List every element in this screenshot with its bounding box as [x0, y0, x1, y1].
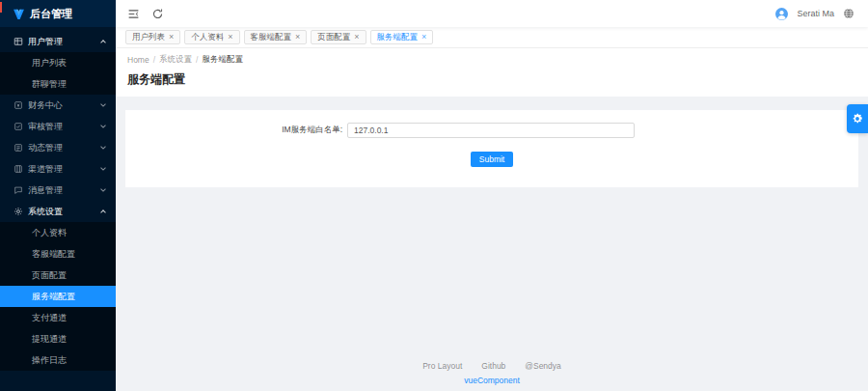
sidebar-item-label: 个人资料	[32, 227, 67, 239]
sidebar-item-audit-management[interactable]: 审核管理	[0, 116, 116, 137]
sidebar-subitem-page-config[interactable]: 页面配置	[0, 265, 116, 286]
settings-icon	[14, 207, 23, 216]
menu-fold-icon[interactable]	[127, 8, 140, 20]
shield-v-icon	[13, 8, 25, 20]
sidebar-item-label: 用户列表	[32, 57, 67, 70]
close-icon[interactable]: ×	[295, 33, 300, 42]
sidebar: 后台管理 用户管理用户列表群聊管理财务中心审核管理动态管理渠道管理消息管理系统设…	[0, 0, 116, 391]
sidebar-subitem-server-config[interactable]: 服务端配置	[0, 286, 116, 307]
sidebar-subitem-withdrawal-channel[interactable]: 提现通道	[0, 328, 116, 349]
finance-icon	[14, 100, 23, 110]
sidebar-item-label: 消息管理	[28, 184, 63, 197]
sidebar-subitem-user-list[interactable]: 用户列表	[0, 52, 116, 73]
sidebar-subitem-personal-profile[interactable]: 个人资料	[0, 222, 116, 243]
page-footer: Pro LayoutGithub@Sendya vueComponent	[116, 361, 868, 385]
submit-button[interactable]: Submit	[471, 152, 513, 167]
sidebar-subitem-group-chat-management[interactable]: 群聊管理	[0, 73, 116, 95]
content-area: IM服务端白名单: Submit Pro LayoutGithub@Sendya…	[116, 97, 868, 391]
sidebar-item-label: 系统设置	[28, 206, 63, 218]
chevron-down-icon	[100, 144, 106, 150]
sidebar-item-label: 提现通道	[32, 333, 67, 346]
tab-bar: 用户列表×个人资料×客服端配置×页面配置×服务端配置×	[116, 27, 868, 48]
tab-user-list[interactable]: 用户列表×	[125, 30, 180, 44]
sidebar-item-activity-management[interactable]: 动态管理	[0, 137, 116, 158]
footer-link[interactable]: Github	[481, 361, 505, 371]
tab-label: 页面配置	[317, 32, 350, 43]
sidebar-item-label: 支付通道	[32, 312, 67, 324]
sidebar-subitem-operation-log[interactable]: 操作日志	[0, 349, 116, 371]
channel-icon	[14, 164, 23, 174]
footer-links: Pro LayoutGithub@Sendya	[116, 361, 868, 371]
topbar: Serati Ma	[116, 0, 868, 27]
sidebar-item-system-settings[interactable]: 系统设置	[0, 201, 116, 222]
whitelist-form-row: IM服务端白名单:	[125, 123, 858, 138]
gear-icon	[852, 113, 863, 125]
app-title: 后台管理	[30, 7, 72, 21]
chevron-up-icon	[100, 40, 106, 45]
sidebar-item-label: 页面配置	[32, 269, 67, 282]
footer-link[interactable]: @Sendya	[525, 361, 560, 371]
footer-link[interactable]: Pro Layout	[422, 361, 462, 371]
server-config-card: IM服务端白名单: Submit	[125, 110, 858, 187]
message-icon	[14, 185, 23, 195]
sidebar-item-finance-center[interactable]: 财务中心	[0, 95, 116, 116]
breadcrumb-separator: /	[196, 55, 198, 65]
sidebar-subitem-payment-channel[interactable]: 支付通道	[0, 307, 116, 328]
footer-copyright-link[interactable]: vueComponent	[116, 376, 868, 385]
close-icon[interactable]: ×	[421, 33, 426, 42]
chevron-down-icon	[100, 123, 106, 128]
breadcrumb-separator: /	[153, 55, 155, 65]
theme-settings-handle[interactable]	[847, 104, 868, 133]
topbar-right: Serati Ma	[775, 8, 854, 20]
form-actions: Submit	[125, 152, 858, 167]
close-icon[interactable]: ×	[169, 33, 174, 42]
reload-icon[interactable]	[151, 8, 164, 20]
avatar[interactable]	[775, 8, 788, 20]
chevron-down-icon	[100, 165, 106, 171]
page-title: 服务端配置	[127, 71, 856, 88]
table-icon	[14, 37, 23, 46]
sidebar-item-label: 操作日志	[32, 354, 67, 367]
sidebar-menu: 用户管理用户列表群聊管理财务中心审核管理动态管理渠道管理消息管理系统设置个人资料…	[0, 27, 116, 371]
audit-icon	[14, 122, 23, 131]
tab-label: 个人资料	[191, 32, 224, 43]
sidebar-item-label: 客服端配置	[32, 248, 75, 261]
tab-personal-profile[interactable]: 个人资料×	[184, 30, 239, 44]
main-area: Serati Ma 用户列表×个人资料×客服端配置×页面配置×服务端配置× Ho…	[116, 0, 868, 391]
close-icon[interactable]: ×	[354, 33, 359, 42]
sidebar-item-user-management[interactable]: 用户管理	[0, 31, 116, 52]
whitelist-label: IM服务端白名单:	[125, 125, 342, 136]
chevron-down-icon	[100, 186, 106, 192]
page-header: Home/系统设置/服务端配置 服务端配置	[116, 48, 868, 97]
sidebar-item-label: 财务中心	[28, 99, 63, 112]
close-icon[interactable]: ×	[228, 33, 232, 42]
chevron-up-icon	[100, 209, 106, 215]
sidebar-item-label: 渠道管理	[28, 163, 63, 176]
sidebar-item-channel-management[interactable]: 渠道管理	[0, 158, 116, 180]
sidebar-item-label: 审核管理	[28, 121, 63, 133]
tab-customer-service-config[interactable]: 客服端配置×	[244, 30, 308, 44]
language-globe-icon[interactable]	[843, 8, 854, 19]
app-logo[interactable]: 后台管理	[0, 0, 116, 27]
tab-label: 用户列表	[132, 32, 165, 43]
breadcrumb-item: 服务端配置	[202, 54, 243, 66]
tab-label: 服务端配置	[377, 32, 419, 43]
sidebar-item-label: 群聊管理	[32, 78, 67, 91]
sidebar-item-label: 动态管理	[28, 142, 63, 154]
chevron-down-icon	[100, 101, 106, 107]
admin-app: 后台管理 用户管理用户列表群聊管理财务中心审核管理动态管理渠道管理消息管理系统设…	[0, 0, 868, 391]
breadcrumb-item[interactable]: Home	[127, 55, 149, 65]
tab-label: 客服端配置	[251, 32, 292, 43]
user-name[interactable]: Serati Ma	[797, 9, 834, 18]
breadcrumb-item[interactable]: 系统设置	[159, 54, 192, 66]
breadcrumb: Home/系统设置/服务端配置	[127, 54, 856, 66]
screen-edge-artifact	[0, 2, 2, 13]
sidebar-item-message-management[interactable]: 消息管理	[0, 180, 116, 201]
activity-icon	[14, 143, 23, 153]
sidebar-subitem-customer-service-config[interactable]: 客服端配置	[0, 243, 116, 265]
sidebar-item-label: 服务端配置	[32, 291, 75, 303]
tab-page-config[interactable]: 页面配置×	[311, 30, 366, 44]
sidebar-item-label: 用户管理	[28, 36, 63, 48]
whitelist-input[interactable]	[347, 123, 635, 138]
tab-server-config[interactable]: 服务端配置×	[370, 30, 434, 44]
